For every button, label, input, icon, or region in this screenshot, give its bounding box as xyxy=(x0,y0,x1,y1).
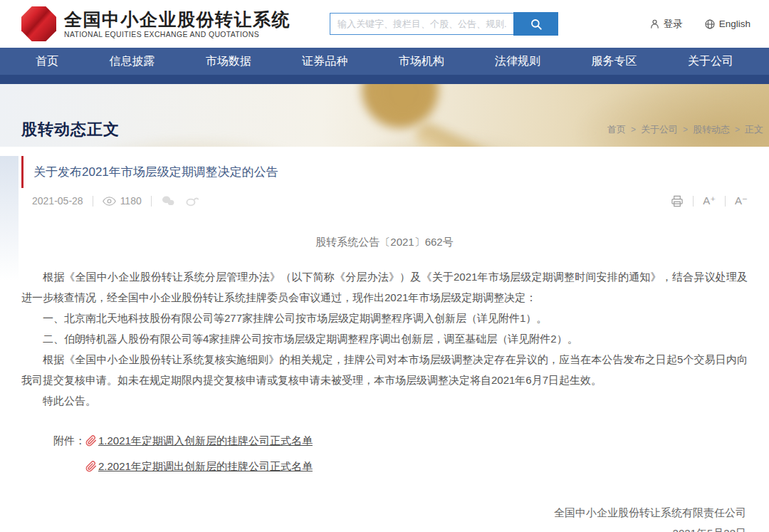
nav-item-market-data[interactable]: 市场数据 xyxy=(202,48,256,75)
paragraph: 二、伯朗特机器人股份有限公司等4家挂牌公司按市场层级定期调整程序调出创新层，调至… xyxy=(21,328,748,349)
publish-date: 2021-05-28 xyxy=(32,195,83,207)
logo-title-cn: 全国中小企业股份转让系统 xyxy=(64,9,291,30)
site-header: 全国中小企业股份转让系统 NATIONAL EQUITIES EXCHANGE … xyxy=(0,0,769,48)
page: 全国中小企业股份转让系统 NATIONAL EQUITIES EXCHANGE … xyxy=(0,0,769,532)
paperclip-icon xyxy=(85,461,97,472)
nav-item-about[interactable]: 关于公司 xyxy=(684,48,738,75)
language-label: English xyxy=(719,19,750,29)
attachments-label: 附件： xyxy=(53,430,85,476)
signature-date: 2021年5月28日 xyxy=(21,523,746,532)
logo-octagon-icon xyxy=(21,6,56,41)
attachment-list: 1.2021年定期调入创新层的挂牌公司正式名单 2.2021年定期调出创新层的挂… xyxy=(85,430,313,476)
doc-number: 股转系统公告〔2021〕662号 xyxy=(21,231,748,252)
printer-icon xyxy=(671,195,684,207)
search-button[interactable] xyxy=(513,12,558,36)
wechat-share-icon[interactable] xyxy=(161,195,175,207)
signature-block: 全国中小企业股份转让系统有限责任公司 2021年5月28日 xyxy=(21,502,748,532)
attachment-link-2[interactable]: 2.2021年定期调出创新层的挂牌公司正式名单 xyxy=(85,456,313,476)
main-nav: 首页 信息披露 市场数据 证券品种 市场机构 法律规则 服务专区 关于公司 xyxy=(0,48,769,84)
paperclip-icon xyxy=(85,435,97,447)
font-decrease-button[interactable]: A⁻ xyxy=(735,194,748,207)
breadcrumb-news[interactable]: 股转动态 xyxy=(693,123,730,136)
breadcrumb-separator: > xyxy=(631,125,636,135)
breadcrumb-home[interactable]: 首页 xyxy=(607,123,626,136)
nav-item-services[interactable]: 服务专区 xyxy=(587,48,642,75)
attachment-name: 2.2021年定期调出创新层的挂牌公司正式名单 xyxy=(98,456,313,476)
eye-icon xyxy=(103,196,116,207)
logo-text: 全国中小企业股份转让系统 NATIONAL EQUITIES EXCHANGE … xyxy=(64,9,291,39)
breadcrumb-current: 正文 xyxy=(745,123,763,136)
nav-item-rules[interactable]: 法律规则 xyxy=(491,48,545,75)
view-counter: 1180 xyxy=(103,195,142,207)
paragraph: 根据《全国中小企业股份转让系统复核实施细则》的相关规定，挂牌公司对本市场层级调整… xyxy=(21,349,748,390)
article-title: 关于发布2021年市场层级定期调整决定的公告 xyxy=(33,164,748,180)
logo-title-en: NATIONAL EQUITIES EXCHANGE AND QUOTATION… xyxy=(64,31,291,38)
left-gutter-decoration xyxy=(0,156,19,281)
breadcrumb-separator: > xyxy=(735,125,740,135)
divider xyxy=(151,196,152,207)
article-title-row: 关于发布2021年市场层级定期调整决定的公告 xyxy=(21,156,748,188)
view-count: 1180 xyxy=(120,195,142,207)
article-content: 关于发布2021年市场层级定期调整决定的公告 2021-05-28 1180 xyxy=(0,156,769,532)
nav-item-securities[interactable]: 证券品种 xyxy=(298,48,352,75)
nav-item-institutions[interactable]: 市场机构 xyxy=(394,48,449,75)
paragraph: 特此公告。 xyxy=(21,390,748,411)
page-title: 股转动态正文 xyxy=(21,119,120,140)
globe-icon xyxy=(704,19,716,30)
language-link[interactable]: English xyxy=(704,19,750,30)
breadcrumb-about[interactable]: 关于公司 xyxy=(641,123,678,136)
search-icon xyxy=(530,18,543,31)
paragraph: 根据《全国中小企业股份转让系统分层管理办法》（以下简称《分层办法》）及《关于20… xyxy=(21,266,748,308)
paragraph: 一、北京南北天地科技股份有限公司等277家挂牌公司按市场层级定期调整程序调入创新… xyxy=(21,308,748,328)
login-link[interactable]: 登录 xyxy=(649,18,683,31)
article-tools: A⁺ A⁻ xyxy=(671,194,748,207)
breadcrumb-separator: > xyxy=(683,125,688,135)
share-icons xyxy=(161,195,199,207)
search-input[interactable] xyxy=(330,13,513,35)
attachment-name: 1.2021年定期调入创新层的挂牌公司正式名单 xyxy=(98,430,313,451)
attachment-link-1[interactable]: 1.2021年定期调入创新层的挂牌公司正式名单 xyxy=(85,430,313,451)
site-search xyxy=(330,12,558,36)
breadcrumb: 首页 > 关于公司 > 股转动态 > 正文 xyxy=(607,123,763,136)
page-banner: 股转动态正文 首页 > 关于公司 > 股转动态 > 正文 xyxy=(0,84,769,147)
divider xyxy=(693,196,694,207)
signature-company: 全国中小企业股份转让系统有限责任公司 xyxy=(21,502,746,523)
user-icon xyxy=(649,19,660,29)
weibo-share-icon[interactable] xyxy=(185,195,199,207)
login-label: 登录 xyxy=(664,18,683,31)
site-logo[interactable]: 全国中小企业股份转让系统 NATIONAL EQUITIES EXCHANGE … xyxy=(21,6,291,41)
print-button[interactable] xyxy=(671,195,684,207)
divider xyxy=(725,196,726,207)
article-meta: 2021-05-28 1180 xyxy=(21,194,748,207)
nav-item-home[interactable]: 首页 xyxy=(31,48,63,75)
nav-item-disclosure[interactable]: 信息披露 xyxy=(105,48,159,75)
attachments: 附件： 1.2021年定期调入创新层的挂牌公司正式名单 xyxy=(53,430,748,476)
article-body: 股转系统公告〔2021〕662号 根据《全国中小企业股份转让系统分层管理办法》（… xyxy=(21,231,748,532)
divider xyxy=(93,196,93,207)
header-right: 登录 English xyxy=(649,18,750,31)
font-increase-button[interactable]: A⁺ xyxy=(703,194,716,207)
